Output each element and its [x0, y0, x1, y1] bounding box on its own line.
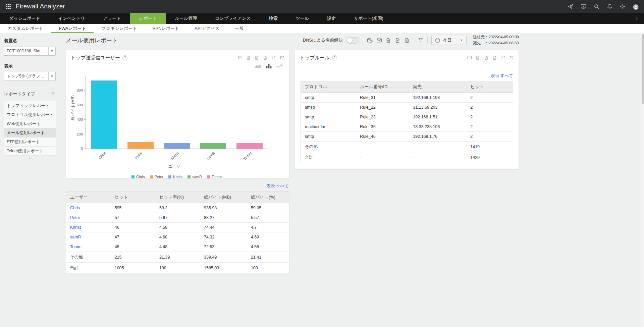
period-select[interactable]: 今日: [431, 36, 467, 45]
csv-export-icon[interactable]: [484, 55, 489, 60]
bar-samR[interactable]: [200, 143, 226, 149]
csv-export-icon[interactable]: [255, 55, 259, 60]
column-header: ヒット率(%): [155, 192, 200, 203]
app-title: Firewall Analyzer: [16, 3, 65, 10]
area-chart-icon[interactable]: [255, 64, 262, 69]
report-type-item[interactable]: FTP使用レポート: [4, 138, 56, 147]
table-cell: 2: [466, 93, 513, 103]
show-all-link[interactable]: 表示 すべて: [266, 184, 289, 188]
drilldown-link[interactable]: samR: [70, 235, 81, 239]
table-cell: 1419: [466, 142, 513, 152]
report-type-item[interactable]: トラフィックレポート: [4, 101, 56, 110]
bar-Peter[interactable]: [127, 142, 154, 149]
legend-item[interactable]: Peter: [150, 175, 163, 179]
refresh-icon[interactable]: [501, 55, 505, 60]
drilldown-link[interactable]: Khrist: [70, 225, 81, 230]
email-icon[interactable]: [467, 55, 472, 60]
bar-chart-icon[interactable]: [266, 64, 273, 69]
drilldown-link[interactable]: Chris: [70, 206, 80, 210]
legend-item[interactable]: Tomm: [207, 175, 222, 179]
device-select[interactable]: FGT100D186_Sim: [4, 47, 56, 56]
table-cell: Chris: [66, 203, 111, 213]
excel-export-icon[interactable]: [405, 38, 410, 43]
table-cell: [356, 142, 409, 152]
excel-export-icon[interactable]: [263, 55, 268, 60]
email-icon[interactable]: [238, 55, 243, 60]
settings-gear-icon[interactable]: [620, 4, 626, 9]
apps-grid-icon[interactable]: [5, 4, 11, 9]
nav-item[interactable]: ツール: [287, 13, 318, 24]
report-type-item[interactable]: プロトコル使用レポート: [4, 110, 56, 119]
notifications-bell-icon[interactable]: [607, 4, 612, 9]
subnav-tab[interactable]: 一般: [227, 24, 251, 33]
subnav-tab[interactable]: VPNレポート: [145, 24, 187, 33]
filter-icon[interactable]: [418, 38, 424, 43]
y-tick: 200: [77, 132, 86, 136]
subnav-tab[interactable]: FWAレポート: [51, 24, 94, 33]
list-scroll-indicator[interactable]: -: [4, 156, 56, 160]
nav-item[interactable]: レポート: [130, 13, 166, 24]
schedule-icon[interactable]: [367, 38, 373, 43]
nav-item[interactable]: ルール管理: [166, 13, 206, 24]
report-search-icon[interactable]: [51, 92, 56, 96]
table-row: smtpRule_23192.168.1.512: [301, 112, 513, 122]
nav-item[interactable]: ダッシュボード: [0, 13, 49, 24]
help-icon[interactable]: ?: [332, 55, 337, 60]
x-category-label: samR: [206, 151, 216, 161]
nav-item[interactable]: アラート: [94, 13, 130, 24]
table-cell: Rule_36: [356, 122, 409, 132]
nav-item[interactable]: 設定: [318, 13, 345, 24]
dns-resolve-toggle[interactable]: [346, 37, 359, 44]
popout-icon[interactable]: [280, 55, 284, 60]
bar-Tomm[interactable]: [236, 143, 263, 149]
vertical-scrollbar[interactable]: [641, 33, 644, 327]
nav-item[interactable]: コンプライアンス: [206, 13, 260, 24]
y-tick-label: 200: [77, 132, 83, 136]
nav-overflow-kebab-icon[interactable]: [630, 13, 644, 24]
search-icon[interactable]: [594, 4, 599, 9]
scrollbar-thumb[interactable]: [642, 34, 644, 104]
y-tick-label: 400: [77, 117, 83, 121]
help-icon[interactable]: ?: [122, 55, 127, 60]
table-cell: 合計: [301, 152, 356, 163]
y-tick-label: 800: [77, 88, 83, 92]
nav-item[interactable]: 検索: [260, 13, 287, 24]
legend-item[interactable]: Chris: [131, 175, 145, 179]
table-cell: 57: [111, 213, 155, 223]
pdf-export-icon[interactable]: [476, 55, 480, 60]
report-type-item[interactable]: Telnet使用レポート: [4, 147, 56, 156]
demo-screen-icon[interactable]: [581, 4, 586, 9]
display-select[interactable]: トップ5件 (グラフとデ...: [4, 72, 56, 81]
line-chart-icon[interactable]: [276, 64, 284, 69]
drilldown-link[interactable]: Tomm: [70, 244, 82, 249]
report-type-item[interactable]: Web使用レポート: [4, 119, 56, 128]
user-avatar[interactable]: [633, 4, 639, 9]
chevron-down-icon[interactable]: [48, 72, 55, 80]
table-cell: 13.33.235.106: [409, 122, 466, 132]
report-type-label: レポートタイプ: [4, 91, 35, 97]
csv-export-icon[interactable]: [395, 38, 401, 43]
pdf-export-icon[interactable]: [246, 55, 251, 60]
table-cell: 1585.03: [200, 263, 247, 273]
nav-item[interactable]: サポート(米国): [345, 13, 392, 24]
send-icon[interactable]: [568, 4, 573, 9]
bar-Khrist[interactable]: [164, 143, 190, 149]
subnav-tab[interactable]: プロキシレポート: [94, 24, 145, 33]
email-icon[interactable]: [376, 38, 382, 43]
refresh-icon[interactable]: [271, 55, 276, 60]
table-row: samR474.6874.324.69: [66, 232, 289, 242]
report-type-item[interactable]: メール使用レポート: [4, 128, 56, 138]
subnav-tab[interactable]: APIアクセス: [187, 24, 227, 33]
chevron-down-icon[interactable]: [48, 47, 55, 55]
bar-Chris[interactable]: [91, 80, 117, 149]
drilldown-link[interactable]: Peter: [70, 215, 80, 220]
pdf-export-icon[interactable]: [386, 38, 391, 43]
table-row: 合計--1429: [301, 152, 513, 163]
excel-export-icon[interactable]: [492, 55, 497, 60]
nav-item[interactable]: インベントリ: [49, 13, 94, 24]
popout-icon[interactable]: [509, 55, 514, 60]
show-all-link[interactable]: 表示 すべて: [491, 73, 513, 78]
legend-item[interactable]: samR: [187, 175, 202, 179]
subnav-tab[interactable]: カスタムレポート: [0, 24, 51, 33]
legend-item[interactable]: Khrist: [168, 175, 182, 179]
